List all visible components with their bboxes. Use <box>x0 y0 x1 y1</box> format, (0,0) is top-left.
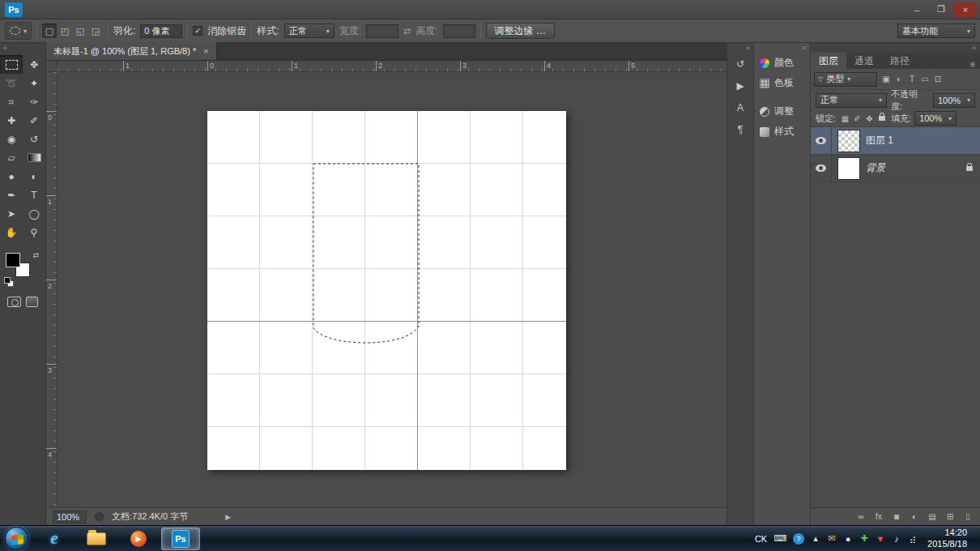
network-icon[interactable]: ⣴ <box>908 532 918 545</box>
layer-group-icon[interactable]: ▤ <box>923 510 941 524</box>
tool-preset-picker[interactable]: ▾ <box>5 22 32 40</box>
help-menu[interactable] <box>146 0 159 19</box>
eraser-tool[interactable]: ▱ <box>0 148 23 167</box>
actions-panel-icon[interactable]: ▶ <box>727 75 753 96</box>
layer-style-icon[interactable]: fx <box>870 510 888 524</box>
intersect-selection-icon[interactable]: ◲ <box>88 23 103 38</box>
workspace-switcher[interactable]: 基本功能 ▾ <box>897 23 975 38</box>
foreground-color-swatch[interactable] <box>6 253 20 267</box>
taskbar-photoshop[interactable]: Ps <box>161 528 200 550</box>
taskbar-windows-explorer[interactable] <box>77 528 116 550</box>
file-menu[interactable] <box>29 0 42 19</box>
maximize-button[interactable]: ❐ <box>930 2 952 17</box>
adjustment-layer-icon[interactable]: ◐ <box>905 510 923 524</box>
hand-tool[interactable]: ✋ <box>0 223 23 241</box>
dock-collapse-arrow[interactable]: » <box>811 43 980 53</box>
input-language-indicator[interactable]: CK <box>755 532 767 545</box>
feather-input[interactable] <box>140 24 182 38</box>
swap-colors-icon[interactable]: ⇄ <box>32 251 39 259</box>
delete-layer-icon[interactable]: ▯ <box>959 510 977 524</box>
layer-thumbnail[interactable] <box>837 157 860 180</box>
pen-tool[interactable]: ✒ <box>0 186 23 204</box>
quick-mask-button[interactable] <box>7 297 21 307</box>
antialias-checkbox[interactable]: ✓ <box>193 26 202 36</box>
security-guard-icon[interactable]: ✚ <box>859 532 869 545</box>
canvas[interactable] <box>207 111 566 470</box>
crop-tool[interactable]: ⌗ <box>0 92 23 111</box>
screen-mode-button[interactable] <box>26 297 38 307</box>
document-tab[interactable]: 未标题-1 @ 100% (图层 1, RGB/8) * × <box>46 42 217 60</box>
paragraph-panel-icon[interactable]: ¶ <box>727 118 753 140</box>
new-selection-icon[interactable]: ▢ <box>42 23 57 38</box>
subtract-from-selection-icon[interactable]: ◱ <box>73 23 87 38</box>
lock-position-icon[interactable]: ✥ <box>863 113 876 125</box>
width-input[interactable] <box>366 24 398 38</box>
ellipse-tool[interactable]: ◯ <box>23 204 45 223</box>
horizontal-ruler[interactable]: 1012345 <box>58 61 726 72</box>
color-panel-button[interactable]: 颜色 <box>754 53 810 73</box>
history-brush-tool[interactable]: ↺ <box>23 130 45 148</box>
layer-row-layer-1[interactable]: 图层 1 <box>811 127 980 155</box>
taskbar-internet-explorer[interactable]: e <box>35 528 74 550</box>
show-hidden-icons-button[interactable]: ▴ <box>811 532 820 545</box>
lock-transparent-pixels-icon[interactable]: ▦ <box>839 113 851 125</box>
filter-type-layers-icon[interactable]: T <box>905 73 918 86</box>
image-menu[interactable] <box>55 0 68 19</box>
dodge-tool[interactable]: ◐ <box>23 167 45 186</box>
add-layer-mask-icon[interactable]: ◙ <box>888 510 905 524</box>
path-selection-tool[interactable]: ➤ <box>0 204 23 223</box>
filter-menu[interactable] <box>107 0 120 19</box>
swap-width-height-icon[interactable]: ⇄ <box>403 26 411 36</box>
blend-mode-select[interactable]: 正常 ▾ <box>816 93 887 108</box>
link-layers-icon[interactable]: ∞ <box>852 510 870 524</box>
eye-icon[interactable] <box>816 164 826 172</box>
keyboard-layout-icon[interactable]: ⌨ <box>773 532 786 545</box>
move-tool[interactable]: ✥ <box>23 55 45 74</box>
default-colors-icon[interactable] <box>4 277 12 285</box>
styles-panel-button[interactable]: 样式 <box>754 122 810 142</box>
quick-selection-tool[interactable]: ✦ <box>23 74 45 92</box>
type-menu[interactable] <box>81 0 94 19</box>
eye-icon[interactable] <box>816 137 826 144</box>
refine-edge-button[interactable]: 调整边缘 … <box>486 23 555 39</box>
panel-menu-icon[interactable]: ≡ <box>965 60 980 69</box>
vertical-ruler[interactable]: 01234 <box>46 72 58 507</box>
adjustments-panel-button[interactable]: 调整 <box>754 101 810 122</box>
tab-paths[interactable]: 路径 <box>882 53 918 69</box>
blur-tool[interactable]: ● <box>0 167 23 186</box>
tab-close-icon[interactable]: × <box>203 46 208 56</box>
lock-image-pixels-icon[interactable]: ✐ <box>851 113 863 125</box>
dock-expand-arrow[interactable]: « <box>754 43 810 53</box>
notification-mail-icon[interactable]: ✉ <box>827 532 837 545</box>
character-panel-icon[interactable]: A <box>727 96 753 118</box>
tab-layers[interactable]: 图层 <box>811 53 846 69</box>
taskbar-clock[interactable]: 14:20 2015/8/18 <box>927 528 967 550</box>
gradient-tool[interactable] <box>23 148 45 167</box>
start-button[interactable] <box>5 527 28 550</box>
input-help-icon[interactable]: ? <box>793 533 804 545</box>
history-panel-icon[interactable]: ↺ <box>727 53 753 75</box>
lock-all-icon[interactable] <box>876 113 888 125</box>
layer-thumbnail[interactable] <box>837 130 860 152</box>
style-select[interactable]: 正常 ▾ <box>284 23 334 38</box>
dock-expand-arrow[interactable]: « <box>727 43 753 53</box>
opacity-select[interactable]: 100% ▾ <box>933 93 975 108</box>
view-menu[interactable] <box>120 0 133 19</box>
toolbar-collapse-arrow[interactable]: « <box>0 43 45 53</box>
filter-adjustment-layers-icon[interactable]: ◐ <box>893 73 905 86</box>
layer-name[interactable]: 图层 1 <box>866 134 893 147</box>
type-tool[interactable]: T <box>23 186 45 204</box>
fill-select[interactable]: 100% ▾ <box>914 111 957 126</box>
window-menu[interactable] <box>133 0 146 19</box>
filter-smart-objects-icon[interactable]: ⊡ <box>931 73 944 86</box>
qq-icon[interactable]: ● <box>843 532 853 545</box>
spot-healing-brush-tool[interactable]: ✚ <box>0 111 23 130</box>
filter-pixel-layers-icon[interactable]: ▣ <box>880 73 893 86</box>
zoom-tool[interactable]: ⚲ <box>23 223 45 241</box>
minimize-button[interactable]: – <box>905 2 928 17</box>
volume-icon[interactable]: ♪ <box>892 532 901 545</box>
layer-name[interactable]: 背景 <box>866 161 885 175</box>
layer-menu[interactable] <box>68 0 81 19</box>
status-flyout-arrow[interactable]: ▶ <box>225 513 231 521</box>
tab-channels[interactable]: 通道 <box>846 53 882 69</box>
